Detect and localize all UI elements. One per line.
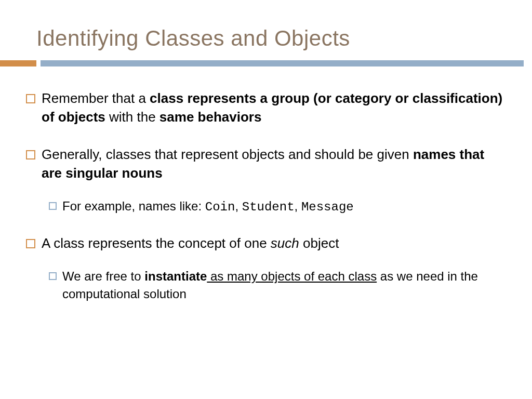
bullet-1-text-1: Remember that a (42, 90, 150, 106)
bullet-1-text-2: with the (105, 109, 159, 125)
bullet-3-sub-1: We are free to instantiate as many objec… (42, 268, 507, 302)
bullet-3: A class represents the concept of one su… (25, 234, 507, 302)
bullet-3-italic-1: such (271, 235, 299, 251)
accent-bar-gap (36, 60, 41, 66)
sep-2: , (295, 199, 301, 213)
divider-bar (0, 60, 532, 66)
bullet-3-text-2: object (299, 235, 339, 251)
slide: Identifying Classes and Objects Remember… (0, 0, 532, 399)
code-student: Student (242, 200, 295, 214)
accent-bar-blue (41, 60, 524, 66)
sep-1: , (235, 199, 242, 213)
code-message: Message (301, 200, 354, 214)
bullet-3-sub-text-1: We are free to (62, 269, 144, 283)
slide-title: Identifying Classes and Objects (0, 0, 532, 60)
bullet-3-text-1: A class represents the concept of one (42, 235, 271, 251)
slide-content: Remember that a class represents a group… (0, 66, 532, 302)
accent-bar-orange (0, 60, 36, 66)
bullet-2: Generally, classes that represent object… (25, 145, 507, 216)
bullet-3-sub-bold-1: instantiate (144, 269, 207, 283)
bullet-2-text-1: Generally, classes that represent object… (42, 147, 413, 162)
bullet-3-sub-underline-1: as many objects of each class (207, 269, 377, 283)
bullet-2-sub-1: For example, names like: Coin, Student, … (42, 197, 507, 216)
bullet-1: Remember that a class represents a group… (25, 89, 507, 127)
bullet-2-sub-text-1: For example, names like: (62, 199, 205, 213)
bullet-1-bold-2: same behaviors (159, 109, 262, 125)
code-coin: Coin (205, 200, 235, 214)
